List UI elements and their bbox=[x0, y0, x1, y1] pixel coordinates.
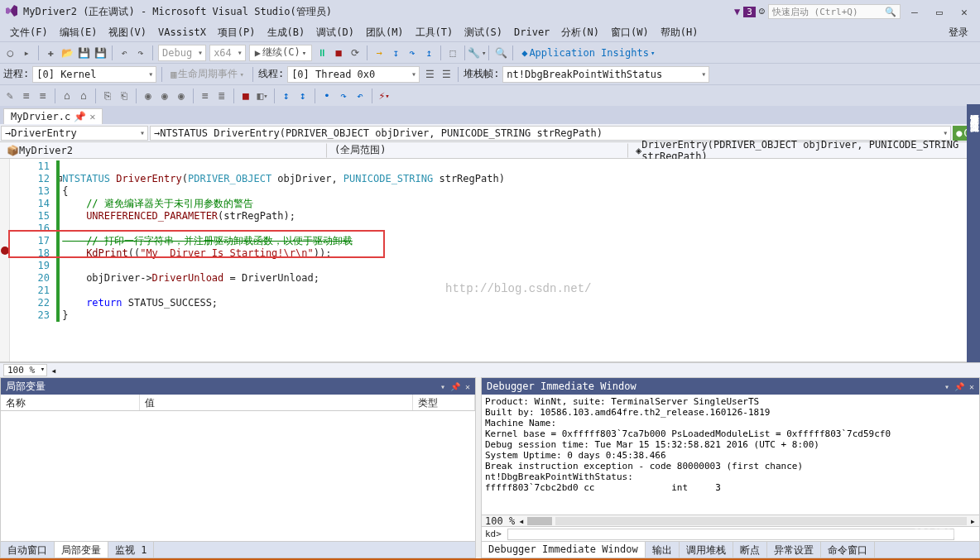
pin-icon[interactable]: 📌 bbox=[74, 111, 86, 122]
step-over-icon[interactable]: ↷ bbox=[406, 46, 419, 60]
signin-button[interactable]: 登录 bbox=[942, 24, 975, 41]
signature-dropdown[interactable]: → NTSTATUS DriverEntry(PDRIVER_OBJECT ob… bbox=[150, 126, 951, 141]
menu-item[interactable]: 帮助(H) bbox=[656, 24, 704, 41]
tab-immediate[interactable]: Debugger Immediate Window bbox=[482, 542, 646, 558]
menu-item[interactable]: 团队(M) bbox=[361, 24, 409, 41]
immediate-scroll[interactable]: 100 % ◂▸ bbox=[482, 515, 979, 526]
notify-badge[interactable]: 3 bbox=[743, 7, 756, 17]
minimize-button[interactable]: — bbox=[904, 6, 925, 18]
va-icon[interactable]: ⌂ bbox=[60, 89, 74, 103]
scope-dropdown[interactable]: (全局范围) bbox=[329, 143, 628, 158]
find-icon[interactable]: 🔍 bbox=[494, 46, 507, 60]
tab-locals[interactable]: 局部变量 bbox=[55, 542, 108, 558]
process-dropdown[interactable]: [0] Kernel bbox=[32, 66, 156, 83]
menu-item[interactable]: 测试(S) bbox=[459, 24, 507, 41]
col-type[interactable]: 类型 bbox=[413, 395, 475, 410]
menu-item[interactable]: 调试(D) bbox=[311, 24, 359, 41]
code-editor[interactable]: 11121314151617181920212223 ⊟NTSTATUS Dri… bbox=[0, 159, 980, 362]
menu-item[interactable]: 视图(V) bbox=[103, 24, 151, 41]
menu-item[interactable]: 项目(P) bbox=[213, 24, 261, 41]
dropdown-icon[interactable]: ▾ bbox=[944, 382, 949, 391]
quick-launch[interactable]: 快速启动 (Ctrl+Q)🔍 bbox=[768, 4, 901, 19]
tab-breakpoints[interactable]: 断点 bbox=[733, 542, 767, 558]
new-file-icon[interactable]: ✚ bbox=[44, 46, 57, 60]
va-icon[interactable]: ≡ bbox=[199, 89, 212, 103]
stop-icon[interactable]: ■ bbox=[239, 89, 252, 103]
stackframe-dropdown[interactable]: nt!DbgBreakPointWithStatus bbox=[502, 66, 709, 83]
va-icon[interactable]: ⎗ bbox=[118, 89, 131, 103]
va-icon[interactable]: ⚡ bbox=[377, 89, 391, 103]
nav-fwd-icon[interactable]: ▸ bbox=[20, 46, 33, 60]
menu-item[interactable]: 分析(N) bbox=[556, 24, 604, 41]
menu-item[interactable]: 生成(B) bbox=[262, 24, 310, 41]
va-icon[interactable]: ◧ bbox=[256, 89, 269, 103]
margin-indicator[interactable] bbox=[0, 159, 10, 361]
tab-command[interactable]: 命令窗口 bbox=[821, 542, 875, 558]
va-icon[interactable]: ✎ bbox=[3, 89, 17, 103]
col-name[interactable]: 名称 bbox=[1, 395, 140, 410]
va-icon[interactable]: • bbox=[320, 89, 334, 103]
stop-icon[interactable]: ■ bbox=[332, 46, 345, 60]
restart-icon[interactable]: ⟳ bbox=[348, 46, 362, 60]
immediate-body[interactable]: Product: WinNt, suite: TerminalServer Si… bbox=[482, 395, 979, 515]
hex-toggle-icon[interactable]: ⬚ bbox=[446, 46, 459, 60]
dropdown-icon[interactable]: ▾ bbox=[440, 382, 445, 391]
tab-callstack[interactable]: 调用堆栈 bbox=[680, 542, 733, 558]
feedback-icon[interactable]: ☺ bbox=[759, 6, 765, 17]
step-arrow-icon[interactable]: → bbox=[372, 46, 386, 60]
va-icon[interactable]: ≡ bbox=[36, 89, 50, 103]
scroll-left-icon[interactable]: ◂ bbox=[50, 365, 56, 376]
scope-dropdown[interactable]: 📦 MyDriver2 bbox=[1, 143, 327, 158]
va-icon[interactable]: ↕ bbox=[280, 89, 293, 103]
code-body[interactable]: ⊟NTSTATUS DriverEntry(PDRIVER_OBJECT obj… bbox=[56, 159, 980, 361]
menu-item[interactable]: 窗口(W) bbox=[606, 24, 654, 41]
zoom-dropdown[interactable]: 100 % bbox=[3, 364, 47, 376]
nav-back-icon[interactable]: ◯ bbox=[3, 46, 17, 60]
close-tab-icon[interactable]: ✕ bbox=[89, 111, 95, 122]
tab-exceptions[interactable]: 异常设置 bbox=[767, 542, 821, 558]
open-file-icon[interactable]: 📂 bbox=[60, 46, 74, 60]
va-icon[interactable]: ≣ bbox=[215, 89, 228, 103]
notify-flag-icon[interactable]: ▼ bbox=[734, 6, 740, 17]
save-icon[interactable]: 💾 bbox=[77, 46, 90, 60]
tab-output[interactable]: 输出 bbox=[646, 542, 680, 558]
tool-icon[interactable]: 🔧 bbox=[470, 46, 483, 60]
thread-dropdown[interactable]: [0] Thread 0x0 bbox=[287, 66, 420, 83]
pin-icon[interactable]: 📌 bbox=[450, 382, 460, 391]
pause-icon[interactable]: ⏸ bbox=[315, 46, 329, 60]
app-insights-button[interactable]: ◆ Application Insights bbox=[518, 45, 658, 61]
save-all-icon[interactable]: 💾 bbox=[94, 46, 107, 60]
menu-item[interactable]: 编辑(E) bbox=[55, 24, 103, 41]
zoom-dropdown[interactable]: 100 % bbox=[485, 515, 515, 527]
config-dropdown[interactable]: Debug bbox=[158, 45, 206, 61]
va-icon[interactable]: ≡ bbox=[20, 89, 33, 103]
redo-icon[interactable]: ↷ bbox=[134, 46, 147, 60]
col-value[interactable]: 值 bbox=[140, 395, 413, 410]
lifecycle-button[interactable]: ▦ 生命周期事件 bbox=[167, 66, 247, 83]
step-out-icon[interactable]: ↥ bbox=[422, 46, 435, 60]
continue-button[interactable]: ▶ 继续(C) bbox=[249, 45, 312, 61]
thread-next-icon[interactable]: ☰ bbox=[440, 68, 453, 81]
undo-icon[interactable]: ↶ bbox=[118, 46, 131, 60]
tab-autos[interactable]: 自动窗口 bbox=[1, 542, 55, 558]
step-into-icon[interactable]: ↧ bbox=[389, 46, 402, 60]
side-tabs[interactable]: 解决方案资源管理器 团队资源管理器 bbox=[967, 104, 980, 362]
platform-dropdown[interactable]: x64 bbox=[209, 45, 246, 61]
va-icon[interactable]: ↷ bbox=[337, 89, 350, 103]
scope-dropdown[interactable]: ◈ DriverEntry(PDRIVER_OBJECT objDriver, … bbox=[630, 143, 979, 158]
maximize-button[interactable]: ▭ bbox=[929, 6, 950, 18]
va-icon[interactable]: ↕ bbox=[296, 89, 310, 103]
va-icon[interactable]: ⎘ bbox=[101, 89, 114, 103]
va-icon[interactable]: ⌂ bbox=[77, 89, 90, 103]
close-icon[interactable]: ✕ bbox=[969, 382, 974, 391]
locals-body[interactable] bbox=[1, 411, 475, 541]
menu-item[interactable]: 文件(F) bbox=[5, 24, 53, 41]
va-icon[interactable]: ◉ bbox=[175, 89, 188, 103]
va-icon[interactable]: ◉ bbox=[158, 89, 171, 103]
pin-icon[interactable]: 📌 bbox=[954, 382, 964, 391]
thread-prev-icon[interactable]: ☰ bbox=[423, 68, 436, 81]
breakpoint-icon[interactable] bbox=[1, 246, 9, 255]
kd-input[interactable] bbox=[507, 529, 954, 540]
va-icon[interactable]: ◉ bbox=[142, 89, 155, 103]
close-icon[interactable]: ✕ bbox=[465, 382, 470, 391]
